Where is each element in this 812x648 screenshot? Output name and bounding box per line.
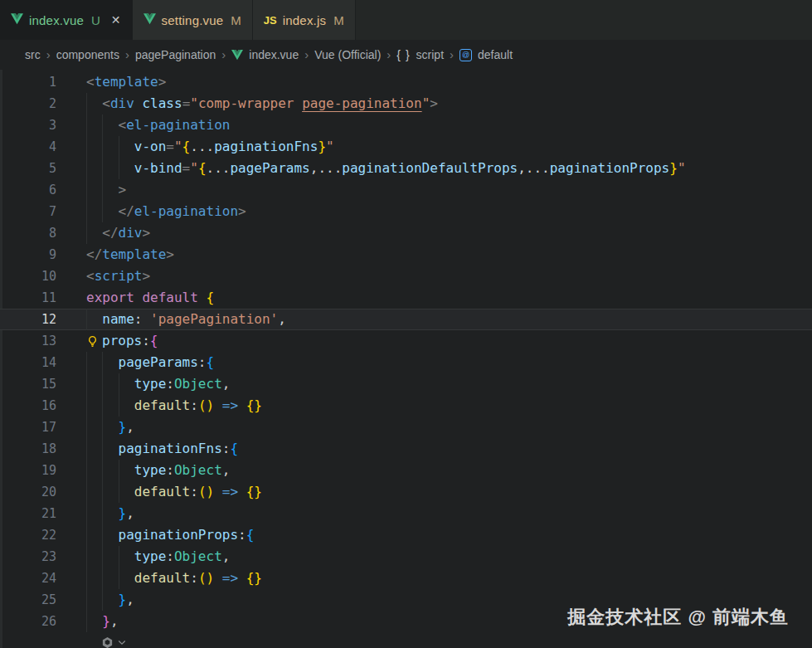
code-line[interactable]: 22 paginationProps:{ [0, 524, 812, 546]
tab-index-js[interactable]: JS index.js M [253, 0, 356, 40]
git-status-badge: U [91, 13, 100, 27]
code-token: default [134, 484, 190, 499]
breadcrumb-item-default[interactable]: default [478, 48, 513, 61]
code-token: , [126, 505, 134, 521]
breadcrumb-item-src[interactable]: src [25, 48, 41, 61]
indent-guide [86, 438, 87, 460]
code-token [214, 570, 222, 586]
indent-guide [119, 460, 119, 481]
indent-guide [86, 373, 87, 395]
code-token [86, 462, 134, 478]
indent-guide [102, 179, 103, 201]
ai-assistant-icon[interactable] [101, 636, 114, 648]
code-line[interactable]: 9</template> [0, 244, 812, 266]
indent-guide [86, 136, 87, 158]
code-token: } [119, 592, 127, 607]
code-area[interactable]: 1<template>2 <div class="comp-wrapper pa… [0, 70, 812, 648]
code-line[interactable]: 2 <div class="comp-wrapper page-paginati… [0, 93, 812, 114]
code-token: () [198, 484, 214, 499]
chevron-down-icon[interactable] [117, 637, 127, 647]
code-token: </ [86, 246, 102, 262]
code-token [238, 397, 246, 413]
line-number: 11 [0, 287, 56, 309]
code-token [134, 290, 143, 305]
indent-guide [102, 352, 103, 373]
code-line[interactable]: 8 </div> [0, 222, 812, 244]
code-line[interactable]: 19 type:Object, [0, 460, 812, 481]
code-token: < [102, 95, 110, 111]
code-token: > [430, 95, 438, 111]
line-number: 5 [0, 158, 56, 179]
breadcrumb-item-script[interactable]: script [416, 48, 444, 61]
code-token: paginationFns [119, 441, 222, 456]
indent-guide [119, 395, 119, 417]
tab-index-vue[interactable]: index.vue U ✕ [0, 0, 133, 40]
code-token: : [198, 354, 207, 370]
tab-setting-vue[interactable]: setting.vue M [133, 0, 253, 40]
code-token: { [150, 333, 158, 348]
code-line[interactable]: 6 > [0, 179, 812, 201]
code-line[interactable]: 16 default:() => {} [0, 395, 812, 417]
code-line[interactable]: 15 type:Object, [0, 373, 812, 395]
code-line[interactable]: 12 name: 'pagePagination', [0, 309, 812, 330]
code-line[interactable]: 1<template> [0, 71, 812, 93]
breadcrumb-item-pagepagination[interactable]: pagePagination [135, 48, 216, 61]
code-token: {} [246, 397, 262, 413]
breadcrumb-item-file[interactable]: index.vue [249, 48, 299, 61]
code-token: paginationFns [214, 139, 318, 154]
line-number: 8 [0, 222, 56, 244]
line-number: 25 [0, 589, 56, 611]
code-line[interactable]: 5 v-bind="{...pageParams,...paginationDe… [0, 158, 812, 179]
code-line[interactable]: 11export default { [0, 287, 812, 309]
code-token: { [207, 290, 215, 305]
code-token [86, 548, 134, 564]
indent-guide [86, 352, 87, 373]
code-line[interactable]: 14 pageParams:{ [0, 352, 812, 373]
code-token: " [422, 95, 430, 111]
code-line[interactable]: 23 type:Object, [0, 546, 812, 568]
breadcrumb-item-vue-official[interactable]: Vue (Official) [314, 48, 381, 61]
indent-guide [102, 568, 103, 589]
code-token: " [174, 139, 182, 154]
code-line[interactable]: 17 }, [0, 417, 812, 438]
code-token: { [198, 160, 207, 176]
code-token [214, 397, 222, 413]
code-token: type [134, 548, 167, 564]
close-icon[interactable]: ✕ [111, 13, 121, 27]
braces-icon: { } [396, 48, 410, 61]
indent-guide [86, 114, 87, 136]
code-line[interactable]: 13props:{ [0, 330, 812, 352]
line-number: 15 [0, 373, 56, 395]
indent-guide [102, 589, 103, 611]
code-line[interactable]: 3 <el-pagination [0, 114, 812, 136]
code-token: ... [190, 139, 214, 154]
code-token: = [182, 160, 191, 176]
code-line[interactable]: 24 default:() => {} [0, 568, 812, 589]
code-token: , [222, 376, 231, 392]
code-token: template [95, 74, 158, 90]
tab-filename: setting.vue [162, 13, 224, 27]
indent-guide [86, 546, 87, 568]
code-token: } [318, 139, 326, 154]
code-line[interactable]: 10<script> [0, 266, 812, 287]
line-number: 19 [0, 460, 56, 481]
code-token: } [119, 419, 127, 435]
code-line[interactable]: 4 v-on="{...paginationFns}" [0, 136, 812, 158]
code-token: 'pagePagination' [150, 311, 278, 327]
indent-guide [119, 373, 119, 395]
symbol-default-icon: @ [459, 49, 472, 61]
code-token: </ [119, 203, 134, 219]
code-line[interactable]: 18 paginationFns:{ [0, 438, 812, 460]
code-token: > [238, 203, 246, 219]
indent-guide [102, 481, 103, 503]
lightbulb-icon[interactable] [86, 331, 102, 353]
code-line[interactable]: 7 </el-pagination> [0, 201, 812, 222]
code-token: , [126, 419, 134, 435]
code-line[interactable]: 20 default:() => {} [0, 481, 812, 503]
code-token: paginationDefaultProps [342, 160, 518, 176]
code-token: () [198, 570, 214, 586]
breadcrumb-item-components[interactable]: components [56, 48, 119, 61]
code-line[interactable]: 21 }, [0, 503, 812, 524]
breadcrumb: src › components › pagePagination › inde… [0, 40, 812, 70]
code-token: export [86, 290, 134, 305]
